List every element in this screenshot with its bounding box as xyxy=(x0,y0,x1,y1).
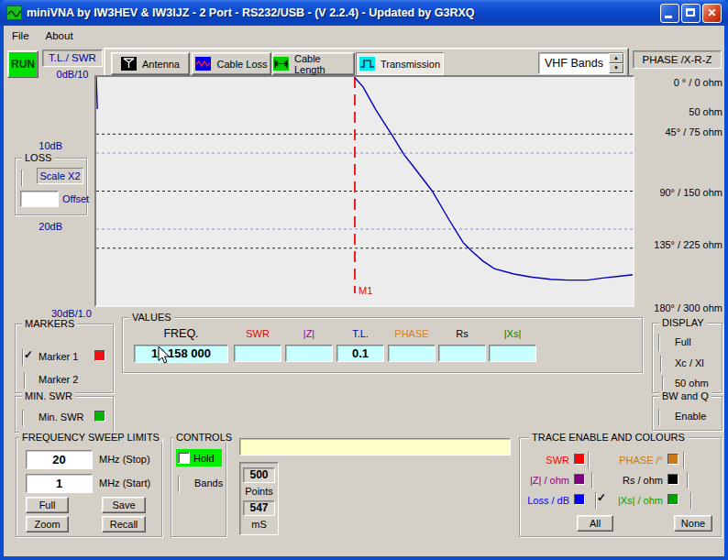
points-value: 500 xyxy=(243,467,275,483)
trace-colours-group: TRACE ENABLE AND COLOURS SWR PHASE /° |Z… xyxy=(519,437,722,537)
scale-x2-checkbox[interactable] xyxy=(21,170,23,187)
sweep-stats-panel: 500 Points 547 mS xyxy=(239,462,279,535)
loss-group-title: LOSS xyxy=(22,152,54,163)
trace-loss-label: Loss / dB xyxy=(522,495,569,506)
phase-scale-indicator: PHASE /X-R-Z xyxy=(633,50,722,69)
transmission-button-label: Transmission xyxy=(381,59,440,70)
transmission-icon xyxy=(359,57,375,71)
antenna-button-label: Antenna xyxy=(142,59,180,70)
menu-file[interactable]: File xyxy=(4,27,38,44)
trace-swr-colour-swatch[interactable] xyxy=(574,454,585,465)
trace-swr-checkbox[interactable] xyxy=(588,452,590,469)
stop-frequency-input[interactable]: 20 xyxy=(26,450,93,469)
right-axis-tick-0: 0 ° / 0 ohm xyxy=(674,77,722,88)
band-up-button[interactable]: ▲ xyxy=(609,53,623,63)
status-message-field xyxy=(239,438,511,456)
marker1-label: Marker 1 xyxy=(39,351,78,362)
freq-label: FREQ. xyxy=(134,327,228,340)
title-bar: miniVNA by IW3HEV & IW3IJZ - 2 Port - RS… xyxy=(0,0,728,26)
marker2-label: Marker 2 xyxy=(39,374,78,385)
markers-group: MARKERS Marker 1 Marker 2 xyxy=(15,324,114,393)
loss-group: LOSS Scale X2 Offset xyxy=(15,158,87,215)
trace-rs-label: Rs / ohm xyxy=(608,475,663,486)
run-button[interactable]: RUN xyxy=(7,50,39,78)
trace-rs-colour-swatch[interactable] xyxy=(667,474,678,485)
mode-indicator: T.L./ SWR xyxy=(42,49,103,67)
save-button[interactable]: Save xyxy=(102,497,146,513)
start-frequency-input[interactable]: 1 xyxy=(26,474,93,493)
bands-checkbox[interactable] xyxy=(178,476,180,493)
display-50ohm-label: 50 ohm xyxy=(675,378,709,389)
mode-button-panel: Antenna Cable Loss Cable Length Transmis… xyxy=(104,48,629,78)
left-axis-tick-10db: 10dB xyxy=(26,140,62,151)
controls-group: CONTROLS Hold Bands xyxy=(171,437,226,537)
trace-phase-checkbox[interactable] xyxy=(683,452,685,469)
trace-loss-checkbox[interactable] xyxy=(595,492,597,510)
transmission-button[interactable]: Transmission xyxy=(356,52,444,75)
cable-loss-icon xyxy=(195,57,211,71)
maximize-button[interactable] xyxy=(681,4,700,23)
display-full-label: Full xyxy=(675,336,691,347)
marker1-checkbox[interactable] xyxy=(22,349,24,367)
chevron-down-icon: ▼ xyxy=(613,66,619,71)
display-group: DISPLAY Full Xc / Xl 50 ohm xyxy=(652,323,722,393)
trace-phase-colour-swatch[interactable] xyxy=(667,454,678,465)
freq-input[interactable]: 10 158 000 xyxy=(134,345,228,363)
bw-q-group: BW and Q Enable xyxy=(652,396,722,431)
full-button[interactable]: Full xyxy=(26,497,69,513)
phase-label: PHASE xyxy=(388,328,436,339)
min-swr-checkbox[interactable] xyxy=(22,410,24,427)
maximize-icon xyxy=(686,8,695,16)
plot-area[interactable]: M1 xyxy=(94,75,634,307)
close-button[interactable]: ✕ xyxy=(702,4,722,23)
xs-label: |Xs| xyxy=(489,328,536,339)
antenna-button[interactable]: Antenna xyxy=(111,52,190,75)
markers-group-title: MARKERS xyxy=(22,318,77,329)
marker2-checkbox[interactable] xyxy=(24,372,26,390)
rs-value xyxy=(438,345,486,362)
recall-button[interactable]: Recall xyxy=(102,516,146,533)
trace-swr-label: SWR xyxy=(522,455,569,466)
min-swr-color-swatch[interactable] xyxy=(94,411,105,422)
menu-about[interactable]: About xyxy=(38,27,82,44)
trace-z-colour-swatch[interactable] xyxy=(574,474,585,485)
band-selector[interactable]: VHF Bands ▲ ▼ xyxy=(538,52,624,74)
scale-x2-label: Scale X2 xyxy=(37,168,83,184)
display-full-checkbox[interactable] xyxy=(658,335,660,352)
min-swr-label: Min. SWR xyxy=(39,412,84,423)
trace-all-button[interactable]: All xyxy=(577,515,613,532)
sweep-time-label: mS xyxy=(240,519,278,530)
trace-xs-colour-swatch[interactable] xyxy=(667,494,678,505)
display-xcxl-checkbox[interactable] xyxy=(660,356,662,373)
sweep-limits-group-title: FREQUENCY SWEEP LIMITS xyxy=(19,432,162,443)
trace-z-checkbox[interactable] xyxy=(591,472,593,489)
cable-length-button-label: Cable Length xyxy=(294,53,354,75)
offset-input[interactable] xyxy=(20,191,59,207)
display-xcxl-label: Xc / Xl xyxy=(675,357,704,368)
marker1-color-swatch[interactable] xyxy=(94,350,105,361)
zoom-button[interactable]: Zoom xyxy=(26,516,69,533)
cable-length-icon xyxy=(273,57,289,71)
bw-q-enable-checkbox[interactable] xyxy=(658,409,660,426)
trace-xs-label: |Xs| / ohm xyxy=(608,495,663,506)
trace-xs-checkbox[interactable] xyxy=(690,492,692,510)
marker-label: M1 xyxy=(358,285,372,296)
cable-length-button[interactable]: Cable Length xyxy=(272,52,355,75)
cable-loss-button-label: Cable Loss xyxy=(216,59,267,70)
antenna-icon xyxy=(121,57,137,71)
hold-checkbox[interactable] xyxy=(178,452,190,464)
tl-value: 0.1 xyxy=(336,345,384,362)
bw-q-enable-label: Enable xyxy=(675,411,706,422)
chevron-up-icon: ▲ xyxy=(613,56,619,60)
trace-rs-checkbox[interactable] xyxy=(687,472,689,489)
chart-canvas xyxy=(96,77,633,305)
hold-toggle[interactable]: Hold xyxy=(176,449,222,467)
trace-loss-colour-swatch[interactable] xyxy=(574,494,585,505)
cable-loss-button[interactable]: Cable Loss xyxy=(192,52,271,75)
rs-label: Rs xyxy=(438,328,486,339)
trace-none-button[interactable]: None xyxy=(674,515,712,532)
bw-q-group-title: BW and Q xyxy=(659,390,711,401)
band-down-button[interactable]: ▼ xyxy=(609,63,623,73)
minimize-button[interactable] xyxy=(660,4,679,23)
z-label: |Z| xyxy=(285,328,333,339)
